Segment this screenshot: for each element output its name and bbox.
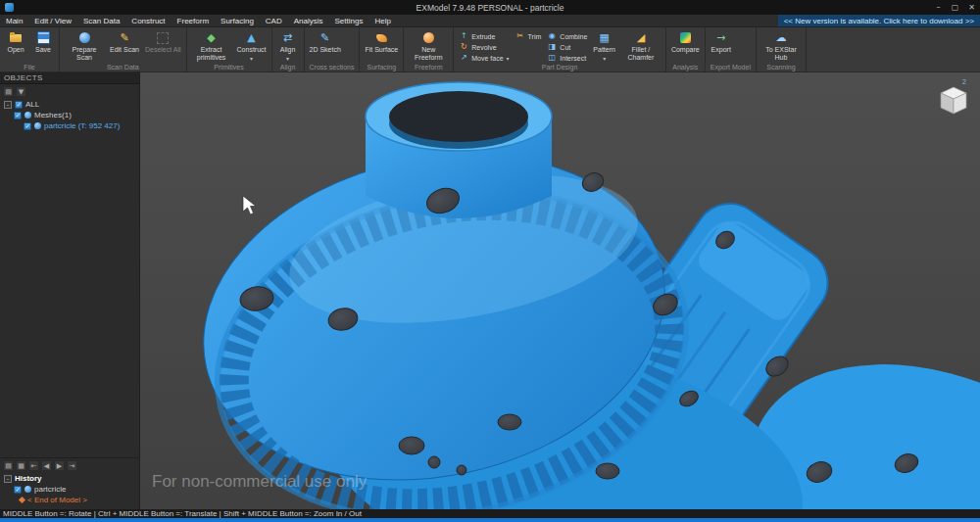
ribbon-group-align: Align Align [272, 27, 305, 71]
ribbon-button-move-face[interactable]: Move face [457, 53, 511, 63]
menu-item-main[interactable]: Main [0, 15, 28, 26]
history-root[interactable]: History [0, 473, 139, 484]
move-face-icon [459, 53, 468, 63]
filter-icon[interactable] [16, 86, 26, 97]
ribbon-button-fillet-chamfer[interactable]: Fillet / Chamfer [619, 29, 662, 61]
collapse-toggle-icon[interactable] [4, 101, 12, 109]
history-step-forward-icon[interactable] [54, 460, 65, 471]
pattern-icon [597, 30, 612, 45]
ribbon-button-2d-sketch[interactable]: 2D Sketch [308, 29, 343, 54]
titlebar: EXModel 7.9.48 PERSONAL - partcricle [0, 0, 980, 15]
menu-item-cad[interactable]: CAD [260, 15, 288, 26]
ribbon-group-cross-sections: 2D Sketch Cross sections [305, 27, 361, 71]
align-dropdown-icon [286, 55, 289, 63]
checkbox-all[interactable] [15, 101, 23, 109]
history-item-end-of-model[interactable]: < End of Model > [0, 495, 139, 505]
history-grid-icon[interactable] [16, 460, 26, 471]
construct-dropdown-icon [250, 55, 253, 63]
checkbox-meshes[interactable] [14, 112, 22, 119]
2d-sketch-icon [318, 30, 332, 45]
view-cube[interactable]: 2 [935, 78, 968, 118]
ribbon-button-save[interactable]: Save [30, 29, 56, 54]
ribbon-button-align[interactable]: Align [275, 29, 301, 62]
menu-item-edit-view[interactable]: Edit / View [28, 15, 77, 26]
menu-item-settings[interactable]: Settings [329, 15, 369, 26]
extrude-icon [459, 31, 468, 41]
tree-view-icon[interactable] [3, 86, 14, 97]
cut-icon [547, 42, 557, 52]
ribbon-button-combine[interactable]: Combine [545, 31, 589, 41]
new-freeform-icon [421, 30, 436, 45]
group-label-align: Align [275, 64, 301, 71]
update-notification[interactable]: << New version is available. Click here … [778, 15, 980, 26]
checkbox-history-partcricle[interactable] [14, 486, 22, 494]
viewport-3d[interactable]: 2 For non-commercial use only [140, 72, 980, 509]
ribbon-button-intersect[interactable]: Intersect [545, 53, 589, 63]
watermark: For non-commercial use only [152, 472, 367, 492]
history-step-last-icon[interactable] [67, 460, 77, 471]
close-icon[interactable] [963, 0, 980, 15]
ribbon-button-fit-surface[interactable]: Fit Surface [363, 29, 400, 54]
ribbon-group-analysis: Compare Analysis [666, 27, 706, 71]
group-label-surfacing: Surfacing [363, 64, 400, 71]
menu-item-surfacing[interactable]: Surfacing [215, 15, 260, 26]
tree-item-partcricle[interactable]: partcricle (T: 952 427) [0, 120, 139, 131]
menu-item-scan-data[interactable]: Scan Data [77, 15, 125, 26]
menu-item-analysis[interactable]: Analysis [288, 15, 329, 26]
ribbon-group-scan-data: Prepare Scan Edit Scan Deselect All Scan… [60, 27, 187, 71]
mesh-group-icon [24, 112, 31, 119]
export-icon [713, 30, 728, 45]
menu-item-help[interactable]: Help [368, 15, 396, 26]
tree-item-meshes[interactable]: Meshes(1) [0, 110, 139, 120]
ribbon-button-to-exstar-hub[interactable]: To EXStar Hub [760, 29, 803, 61]
end-of-model-icon [19, 497, 25, 503]
open-icon [9, 30, 24, 45]
ribbon-button-pattern[interactable]: Pattern [591, 29, 617, 62]
save-icon [36, 30, 51, 45]
history-collapse-toggle-icon[interactable] [4, 475, 12, 483]
sidebar: OBJECTS ALL Meshes(1) partcricle (T: 952… [0, 72, 140, 509]
objects-panel-header: OBJECTS [0, 72, 139, 84]
history-step-first-icon[interactable] [28, 460, 39, 471]
minimize-icon[interactable] [930, 0, 947, 15]
combine-icon [547, 31, 557, 41]
menu-item-freeform[interactable]: Freeform [172, 15, 215, 26]
group-label-analysis: Analysis [669, 64, 702, 71]
move-face-dropdown-icon [507, 55, 510, 62]
deselect-all-icon [156, 30, 171, 45]
menubar: Main Edit / View Scan Data Construct Fre… [0, 15, 980, 27]
ribbon-button-open[interactable]: Open [3, 29, 28, 54]
history-item-partcricle[interactable]: partcricle [0, 484, 139, 495]
history-list-icon[interactable] [3, 460, 14, 471]
objects-panel-toolbar [0, 84, 139, 99]
ribbon-button-deselect-all[interactable]: Deselect All [143, 29, 183, 54]
group-label-scan-data: Scan Data [63, 64, 183, 71]
history-toolbar [0, 457, 139, 473]
ribbon-button-edit-scan[interactable]: Edit Scan [108, 29, 141, 54]
ribbon-button-trim[interactable]: Trim [514, 31, 544, 41]
revolve-icon [459, 42, 468, 52]
history-step-back-icon[interactable] [41, 460, 52, 471]
ribbon-group-freeform: New Freeform Freeform [404, 27, 454, 71]
ribbon-button-prepare-scan[interactable]: Prepare Scan [63, 29, 106, 61]
menu-item-construct[interactable]: Construct [125, 15, 171, 26]
ribbon-button-new-freeform[interactable]: New Freeform [407, 29, 450, 61]
maximize-icon[interactable] [947, 0, 963, 15]
view-cube-icon [939, 85, 968, 115]
ribbon-button-export[interactable]: Export [709, 29, 734, 54]
ribbon-button-construct[interactable]: Construct [235, 29, 269, 62]
ribbon-button-extrude[interactable]: Extrude [457, 31, 511, 41]
ribbon-button-compare[interactable]: Compare [669, 29, 702, 54]
view-cube-label: 2 [935, 78, 966, 85]
ribbon-button-extract-primitives[interactable]: Extract primitives [190, 29, 233, 61]
checkbox-partcricle[interactable] [24, 122, 31, 130]
ribbon-button-cut[interactable]: Cut [545, 42, 589, 52]
ribbon-button-revolve[interactable]: Revolve [457, 42, 511, 52]
ribbon-group-file: Open Save File [0, 27, 60, 71]
compare-icon [678, 30, 693, 45]
group-label-cross-sections: Cross sections [308, 64, 357, 71]
mouse-cursor [243, 196, 256, 214]
tree-item-all[interactable]: ALL [0, 99, 139, 110]
prepare-scan-icon [77, 30, 92, 45]
extract-primitives-icon [204, 30, 219, 45]
